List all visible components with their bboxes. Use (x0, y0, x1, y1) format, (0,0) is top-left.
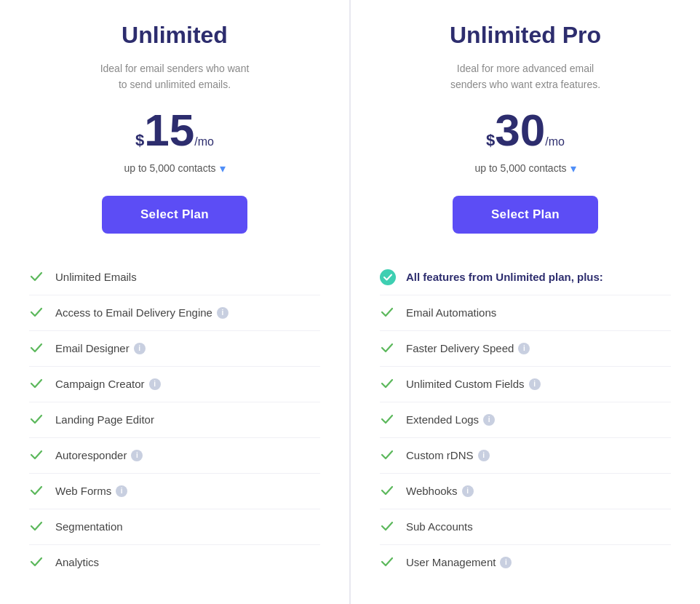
feature-item: All features from Unlimited plan, plus: (380, 260, 671, 295)
feature-content: Autoresponderi (55, 449, 143, 461)
contacts-arrow-unlimited-pro: ▾ (570, 162, 576, 175)
feature-label: All features from Unlimited plan, plus: (406, 271, 603, 283)
feature-item: Faster Delivery Speedi (380, 331, 671, 367)
plans-container: UnlimitedIdeal for email senders who wan… (0, 0, 700, 604)
feature-content: Access to Email Delivery Enginei (55, 306, 228, 319)
feature-content: Custom rDNSi (406, 449, 490, 461)
feature-content: Sub Accounts (406, 520, 473, 533)
feature-item: Unlimited Custom Fieldsi (380, 367, 671, 402)
select-plan-button-unlimited-pro[interactable]: Select Plan (453, 196, 598, 234)
feature-label: User Management (406, 556, 496, 568)
check-regular-icon (29, 305, 45, 321)
feature-content: Campaign Creatori (55, 378, 161, 390)
feature-item: Webhooksi (380, 474, 671, 509)
info-icon[interactable]: i (149, 378, 161, 390)
contacts-selector-unlimited[interactable]: up to 5,000 contacts ▾ (124, 162, 225, 175)
plan-column-unlimited: UnlimitedIdeal for email senders who wan… (0, 0, 351, 604)
check-regular-icon (29, 376, 45, 392)
price-container-unlimited: $15/mo (135, 108, 214, 153)
feature-label: Access to Email Delivery Engine (55, 306, 212, 319)
feature-item: Extended Logsi (380, 402, 671, 438)
feature-item: Campaign Creatori (29, 367, 320, 402)
check-regular-icon (29, 341, 45, 357)
feature-item: Segmentation (29, 509, 320, 545)
price-container-unlimited-pro: $30/mo (486, 108, 565, 153)
check-regular-icon (380, 341, 396, 357)
feature-content: Faster Delivery Speedi (406, 342, 530, 354)
info-icon[interactable]: i (131, 450, 143, 461)
features-list-unlimited: Unlimited EmailsAccess to Email Delivery… (29, 260, 320, 580)
plan-title-unlimited: Unlimited (122, 22, 228, 49)
feature-item: Analytics (29, 545, 320, 580)
plan-title-unlimited-pro: Unlimited Pro (450, 22, 601, 49)
feature-label: Analytics (55, 556, 99, 568)
feature-item: Access to Email Delivery Enginei (29, 295, 320, 331)
contacts-text-unlimited-pro: up to 5,000 contacts (474, 162, 566, 174)
feature-content: Email Designeri (55, 342, 146, 354)
contacts-text-unlimited: up to 5,000 contacts (124, 162, 215, 174)
info-icon[interactable]: i (478, 450, 490, 461)
contacts-selector-unlimited-pro[interactable]: up to 5,000 contacts ▾ (474, 162, 576, 175)
info-icon[interactable]: i (217, 307, 228, 319)
check-regular-icon (29, 519, 45, 535)
feature-content: Segmentation (55, 520, 123, 533)
feature-item: Custom rDNSi (380, 438, 671, 474)
contacts-arrow-unlimited: ▾ (220, 162, 226, 175)
check-regular-icon (380, 483, 396, 499)
feature-item: Autoresponderi (29, 438, 320, 474)
check-highlighted-icon (380, 269, 396, 285)
feature-content: Analytics (55, 556, 99, 568)
feature-item: Email Designeri (29, 331, 320, 367)
feature-item: Email Automations (380, 295, 671, 331)
feature-label: Segmentation (55, 520, 123, 533)
info-icon[interactable]: i (462, 485, 474, 497)
feature-item: Sub Accounts (380, 509, 671, 545)
feature-content: Unlimited Emails (55, 271, 137, 283)
info-icon[interactable]: i (529, 378, 541, 390)
plan-description-unlimited-pro: Ideal for more advanced email senders wh… (445, 60, 605, 93)
price-dollar-unlimited: $ (135, 131, 144, 150)
price-dollar-unlimited-pro: $ (486, 131, 495, 150)
feature-content: Landing Page Editor (55, 413, 154, 426)
feature-label: Faster Delivery Speed (406, 342, 514, 354)
feature-label: Web Forms (55, 485, 111, 497)
feature-content: Extended Logsi (406, 413, 495, 426)
feature-label: Sub Accounts (406, 520, 473, 533)
price-period-unlimited-pro: /mo (545, 135, 565, 148)
select-plan-button-unlimited[interactable]: Select Plan (102, 196, 247, 234)
check-regular-icon (29, 555, 45, 571)
plan-column-unlimited-pro: Unlimited ProIdeal for more advanced ema… (351, 0, 700, 604)
feature-label: Email Automations (406, 306, 496, 319)
feature-label: Autoresponder (55, 449, 127, 461)
check-regular-icon (380, 448, 396, 464)
price-amount-unlimited-pro: 30 (495, 108, 545, 153)
check-regular-icon (29, 483, 45, 499)
check-regular-icon (380, 555, 396, 571)
info-icon[interactable]: i (116, 485, 127, 497)
check-regular-icon (380, 376, 396, 392)
feature-content: Email Automations (406, 306, 496, 319)
feature-label: Custom rDNS (406, 449, 474, 461)
check-regular-icon (29, 269, 45, 285)
check-regular-icon (380, 305, 396, 321)
feature-content: Web Formsi (55, 485, 127, 497)
info-icon[interactable]: i (134, 343, 146, 354)
info-icon[interactable]: i (483, 414, 495, 426)
feature-label: Campaign Creator (55, 378, 145, 390)
plan-description-unlimited: Ideal for email senders who want to send… (95, 60, 255, 93)
feature-content: Unlimited Custom Fieldsi (406, 378, 541, 390)
feature-content: Webhooksi (406, 485, 474, 497)
check-regular-icon (380, 412, 396, 428)
feature-content: User Managementi (406, 556, 512, 568)
feature-item: Web Formsi (29, 474, 320, 509)
feature-content: All features from Unlimited plan, plus: (406, 271, 603, 283)
feature-item: Unlimited Emails (29, 260, 320, 295)
feature-label: Webhooks (406, 485, 458, 497)
feature-label: Landing Page Editor (55, 413, 154, 426)
feature-label: Unlimited Custom Fields (406, 378, 525, 390)
price-period-unlimited: /mo (194, 135, 214, 148)
feature-label: Unlimited Emails (55, 271, 137, 283)
info-icon[interactable]: i (518, 343, 530, 354)
info-icon[interactable]: i (500, 557, 512, 568)
feature-label: Email Designer (55, 342, 130, 354)
